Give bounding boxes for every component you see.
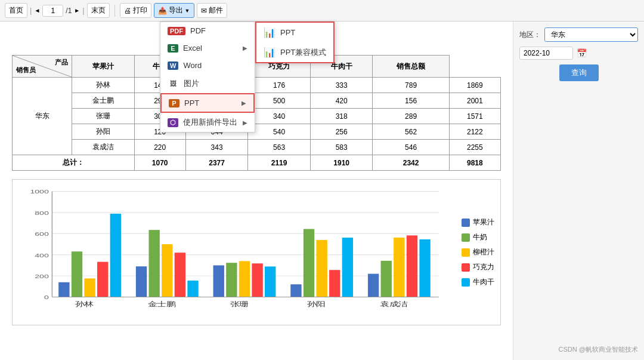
bar-rect xyxy=(290,284,301,297)
export-menu-item-excel[interactable]: EExcel▶ xyxy=(160,39,255,57)
print-label: 打印 xyxy=(133,5,147,16)
calendar-icon[interactable]: 📅 xyxy=(577,48,587,58)
bar-rect xyxy=(84,278,95,297)
legend-color-box xyxy=(462,278,470,287)
ppt-file-icon: 📊 xyxy=(264,47,275,58)
date-row: 📅 xyxy=(519,47,638,60)
bar-rect xyxy=(187,281,198,297)
ppt-submenu-item-ppt-compat[interactable]: 📊PPT兼容模式 xyxy=(256,42,333,62)
table-row: 金士鹏2906355004201562001 xyxy=(13,93,501,109)
data-table: 产品 销售员 苹果汁 牛奶 柳橙汁 巧克力 牛肉干 销售总额 华东孙林1 xyxy=(12,55,501,171)
value-cell: 583 xyxy=(310,140,373,155)
bar-rect xyxy=(368,274,379,297)
printer-icon: 🖨 xyxy=(124,7,131,15)
email-label: 邮件 xyxy=(209,5,223,16)
export-dropdown: PDFPDFEExcel▶WWord🖼图片PPPT▶⬡使用新插件导出▶ xyxy=(160,21,255,133)
salesperson-cell: 袁成洁 xyxy=(72,140,135,155)
menu-item-label: PDF xyxy=(190,26,206,35)
ppt-submenu: 📊PPT📊PPT兼容模式 xyxy=(255,21,335,63)
svg-text:孙林: 孙林 xyxy=(75,300,93,307)
value-cell: 333 xyxy=(310,78,373,93)
ppt-submenu-item-ppt-normal[interactable]: 📊PPT xyxy=(256,23,333,42)
value-cell: 176 xyxy=(248,78,311,93)
bar-chart: 02004006008001000孙林金士鹏张珊孙阳袁成洁 xyxy=(18,186,456,317)
legend-item: 牛奶 xyxy=(462,232,494,242)
first-page-button[interactable]: 首页 xyxy=(5,3,27,18)
total-label: 总计： xyxy=(13,155,135,171)
prev-page-icon[interactable]: ◄ xyxy=(34,7,40,14)
total-value-cell: 1070 xyxy=(134,155,185,171)
table-row: 张珊3003243403182891571 xyxy=(13,109,501,124)
date-input[interactable] xyxy=(519,47,573,60)
page-number-input[interactable] xyxy=(42,5,63,17)
bar-rect xyxy=(265,266,275,297)
value-cell: 343 xyxy=(185,140,248,155)
value-cell: 2255 xyxy=(449,140,500,155)
ppt-file-icon: 📊 xyxy=(264,27,275,38)
legend-item: 苹果汁 xyxy=(462,217,494,227)
bar-rect xyxy=(148,230,159,297)
value-cell: 1869 xyxy=(449,78,500,93)
value-cell: 540 xyxy=(248,124,311,140)
bar-rect xyxy=(136,266,147,297)
bar-rect xyxy=(162,244,172,297)
bar-rect xyxy=(239,261,250,297)
export-menu-item-ppt[interactable]: PPPT▶ xyxy=(160,93,255,113)
bar-rect xyxy=(110,214,121,297)
total-row: 总计：107023772119191023429818 xyxy=(13,155,501,171)
region-select[interactable]: 华东 华南 华北 xyxy=(544,27,638,42)
export-menu-item-pdf[interactable]: PDFPDF xyxy=(160,22,255,39)
export-menu-item-image[interactable]: 🖼图片 xyxy=(160,74,255,93)
salesperson-cell: 张珊 xyxy=(72,109,135,124)
bar-rect xyxy=(394,238,404,297)
query-button[interactable]: 查询 xyxy=(559,64,599,81)
legend-label: 牛肉干 xyxy=(473,277,494,287)
value-cell: 220 xyxy=(134,140,185,155)
email-button[interactable]: ✉ 邮件 xyxy=(197,3,227,18)
email-icon: ✉ xyxy=(201,7,207,15)
toolbar-separator-1: | xyxy=(30,6,32,15)
value-cell: 789 xyxy=(373,78,449,93)
submenu-arrow-icon: ▶ xyxy=(242,100,246,106)
export-menu-item-word[interactable]: WWord xyxy=(160,57,255,74)
legend-item: 柳橙汁 xyxy=(462,247,494,257)
svg-text:0: 0 xyxy=(44,294,49,301)
print-button[interactable]: 🖨 打印 xyxy=(120,3,151,18)
excel-icon: E xyxy=(168,44,178,53)
salesperson-cell: 金士鹏 xyxy=(72,93,135,109)
bar-rect xyxy=(316,240,327,297)
svg-text:孙阳: 孙阳 xyxy=(307,300,325,307)
bar-rect xyxy=(97,262,108,297)
value-cell: 2001 xyxy=(449,93,500,109)
next-page-icon[interactable]: ► xyxy=(74,7,80,14)
watermark: CSDN @帆软商业智能技术 xyxy=(559,345,638,354)
bar-rect xyxy=(213,265,224,297)
export-button[interactable]: 📤 导出 ▼ xyxy=(154,3,194,18)
bar-rect xyxy=(226,263,237,297)
word-icon: W xyxy=(168,61,178,70)
toolbar: 首页 | ◄ /1 ► | 末页 🖨 打印 📤 导出 ▼ ✉ 邮件 xyxy=(0,0,644,21)
region-cell: 华东 xyxy=(13,78,72,155)
value-cell: 256 xyxy=(310,124,373,140)
export-menu-item-plugin[interactable]: ⬡使用新插件导出▶ xyxy=(160,113,255,132)
page-total: /1 xyxy=(66,7,72,15)
value-cell: 2122 xyxy=(449,124,500,140)
svg-text:800: 800 xyxy=(35,210,49,216)
pdf-icon: PDF xyxy=(168,27,185,35)
chart-legend: 苹果汁牛奶柳橙汁巧克力牛肉干 xyxy=(456,186,494,319)
value-cell: 546 xyxy=(373,140,449,155)
bar-rect xyxy=(381,261,392,297)
ppt-submenu-label: PPT xyxy=(280,28,295,37)
legend-label: 柳橙汁 xyxy=(473,247,494,257)
col-header-total: 销售总额 xyxy=(373,56,449,78)
bar-rect xyxy=(329,270,340,297)
last-page-button[interactable]: 末页 xyxy=(87,3,110,18)
bar-rect xyxy=(72,251,82,297)
chart-container: 02004006008001000孙林金士鹏张珊孙阳袁成洁 苹果汁牛奶柳橙汁巧克… xyxy=(12,179,501,325)
svg-text:200: 200 xyxy=(35,273,49,279)
bar-rect xyxy=(342,238,353,297)
menu-item-label: 图片 xyxy=(184,78,199,89)
export-label: 导出 xyxy=(169,5,183,16)
value-cell: 420 xyxy=(310,93,373,109)
right-panel: 地区： 华东 华南 华北 📅 查询 xyxy=(513,21,644,360)
